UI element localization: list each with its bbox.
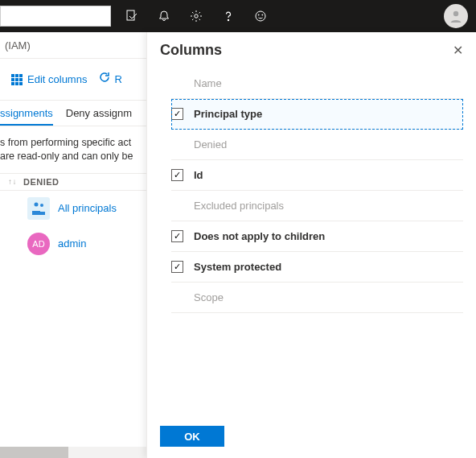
column-option[interactable]: Denied <box>171 130 463 160</box>
column-option-label: Name <box>191 77 222 89</box>
column-option[interactable]: Scope <box>171 283 463 313</box>
svg-rect-13 <box>11 82 14 85</box>
column-option-label: Scope <box>191 291 224 303</box>
svg-point-3 <box>256 11 265 21</box>
svg-point-1 <box>195 14 198 18</box>
svg-rect-10 <box>11 78 14 81</box>
columns-panel: Columns ✕ NamePrincipal typeDeniedIdExcl… <box>146 32 476 458</box>
svg-rect-7 <box>11 74 14 77</box>
tab-role-assignments[interactable]: ssignments <box>0 107 53 126</box>
column-checkbox[interactable] <box>171 261 191 273</box>
svg-point-6 <box>453 11 458 16</box>
svg-rect-18 <box>32 211 40 215</box>
directory-icon[interactable] <box>125 10 138 23</box>
column-option-label: Denied <box>191 138 227 151</box>
svg-point-5 <box>262 14 263 15</box>
ok-button[interactable]: OK <box>160 426 224 447</box>
principal-link[interactable]: All principals <box>58 202 117 214</box>
column-option[interactable]: Id <box>171 160 463 191</box>
column-checkbox[interactable] <box>171 230 191 242</box>
people-icon <box>27 197 50 220</box>
column-checkbox[interactable] <box>171 169 191 181</box>
column-checkbox[interactable] <box>171 108 191 120</box>
svg-rect-15 <box>19 82 23 85</box>
refresh-label-fragment: R <box>114 73 121 85</box>
avatar[interactable] <box>444 4 468 28</box>
column-option-label: Does not apply to children <box>191 230 325 242</box>
tab-deny-assignments[interactable]: Deny assignm <box>66 107 132 126</box>
column-option-label: Principal type <box>191 108 262 120</box>
edit-columns-label: Edit columns <box>27 73 87 85</box>
svg-point-4 <box>258 14 259 15</box>
svg-rect-11 <box>15 78 18 81</box>
svg-point-2 <box>228 19 228 20</box>
close-icon[interactable]: ✕ <box>453 43 463 58</box>
svg-rect-8 <box>15 74 18 77</box>
svg-rect-19 <box>40 212 45 215</box>
bell-icon[interactable] <box>158 10 170 23</box>
topbar-icons <box>125 10 267 23</box>
edit-columns-button[interactable]: Edit columns <box>11 73 87 85</box>
column-option-label: Id <box>191 169 203 181</box>
svg-rect-14 <box>15 82 18 85</box>
svg-point-17 <box>40 204 43 207</box>
column-option-label: System protected <box>191 261 281 273</box>
svg-rect-9 <box>19 74 23 77</box>
column-option[interactable]: Name <box>171 68 463 99</box>
admin-avatar: AD <box>27 233 50 255</box>
column-option[interactable]: Excluded principals <box>171 191 463 221</box>
column-option-label: Excluded principals <box>191 200 284 212</box>
refresh-button[interactable] <box>98 71 111 88</box>
help-icon[interactable] <box>222 10 235 23</box>
feedback-icon[interactable] <box>254 10 267 23</box>
column-option[interactable]: Principal type <box>171 99 463 130</box>
column-option[interactable]: System protected <box>171 252 463 283</box>
column-option[interactable]: Does not apply to children <box>171 221 463 252</box>
principal-link[interactable]: admin <box>58 237 86 250</box>
top-bar <box>0 0 476 32</box>
panel-title: Columns <box>160 42 222 59</box>
svg-rect-0 <box>127 10 134 20</box>
search-input[interactable] <box>0 6 111 27</box>
svg-point-16 <box>35 202 39 206</box>
gear-icon[interactable] <box>190 10 203 23</box>
column-denied-header[interactable]: DENIED <box>23 177 60 187</box>
svg-rect-12 <box>19 78 23 81</box>
sort-icon[interactable]: ↑↓ <box>8 177 17 186</box>
